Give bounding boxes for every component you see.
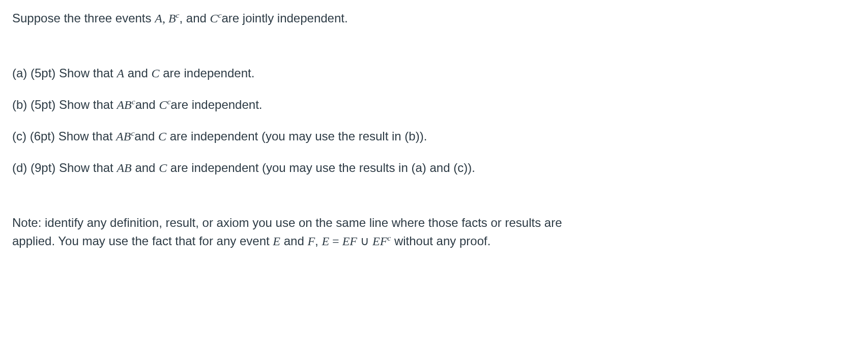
var-EF2: EF [372, 235, 387, 248]
part-a-mid: and [124, 66, 151, 80]
note-post: without any proof. [391, 234, 490, 248]
eq: = [329, 235, 342, 248]
var-C: C [151, 67, 159, 80]
part-d: (d) (9pt) Show that AB and C are indepen… [12, 159, 856, 177]
part-c-label: (c) (6pt) Show that [12, 129, 116, 143]
var-AB: AB [117, 98, 131, 111]
note-comma: , [315, 234, 322, 248]
part-c: (c) (6pt) Show that ABcand C are indepen… [12, 127, 856, 146]
var-E2: E [322, 235, 329, 248]
var-E: E [273, 235, 280, 248]
var-C: C [159, 161, 167, 174]
note-line1: Note: identify any definition, result, o… [12, 214, 856, 232]
var-A: A [155, 12, 162, 25]
intro-post: are jointly independent. [221, 11, 348, 25]
note-text: Note: identify any definition, result, o… [12, 214, 856, 250]
part-b-label: (b) (5pt) Show that [12, 98, 117, 111]
part-a-post: are independent. [160, 66, 255, 80]
intro-text: Suppose the three events A, Bc, and Ccar… [12, 9, 856, 27]
part-d-mid: and [132, 161, 159, 174]
part-a-label: (a) (5pt) Show that [12, 66, 117, 80]
comma: , [162, 12, 168, 25]
part-b: (b) (5pt) Show that ABcand Ccare indepen… [12, 96, 856, 114]
part-a: (a) (5pt) Show that A and C are independ… [12, 64, 856, 82]
part-d-post: are independent (you may use the results… [167, 161, 475, 174]
var-AB: AB [116, 130, 131, 143]
part-c-post: are independent (you may use the result … [166, 129, 427, 143]
var-F: F [307, 235, 315, 248]
var-EF: EF [342, 235, 357, 248]
var-C: C [158, 130, 166, 143]
note-and: and [280, 234, 307, 248]
part-b-post: are independent. [170, 98, 262, 111]
var-AB: AB [117, 161, 131, 174]
intro-and: , and [179, 11, 210, 25]
var-B: B [168, 12, 176, 25]
part-d-label: (d) (9pt) Show that [12, 161, 117, 174]
var-A: A [117, 67, 124, 80]
part-b-mid: and [135, 98, 159, 111]
var-C: C [210, 12, 218, 25]
part-c-mid: and [134, 129, 158, 143]
sup-c: c [132, 97, 135, 106]
note-pre: applied. You may use the fact that for a… [12, 234, 273, 248]
note-line2: applied. You may use the fact that for a… [12, 232, 856, 250]
intro-pre: Suppose the three events [12, 11, 155, 25]
var-C: C [159, 98, 167, 111]
cup: ∪ [357, 235, 372, 248]
